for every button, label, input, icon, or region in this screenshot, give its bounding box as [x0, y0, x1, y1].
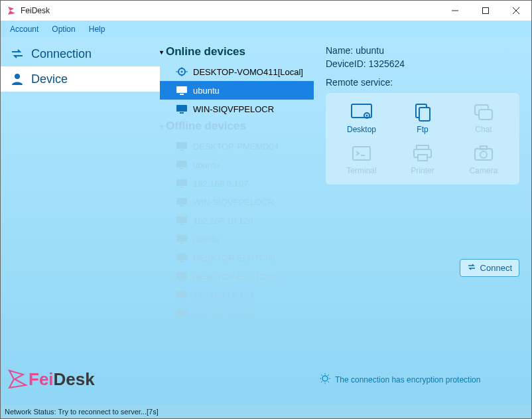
device-item[interactable]: WIN-SIQVFPELOCR: [160, 100, 314, 118]
device-label: ubuntu: [193, 86, 220, 96]
device-label: DESKTOP-ELOTC0IL: [193, 253, 278, 263]
device-item[interactable]: WIN-SIQVFPELOCR: [160, 193, 314, 211]
window-title: FeiDesk: [21, 6, 440, 15]
connect-button-label: Connect: [480, 263, 512, 273]
main-area: Connection Device Fei Desk ▾ Online devi…: [1, 37, 531, 405]
close-button[interactable]: [501, 1, 531, 21]
monitor-icon: [176, 104, 188, 114]
minimize-button[interactable]: [440, 1, 470, 21]
service-camera[interactable]: Camera: [454, 143, 513, 175]
svg-rect-35: [352, 104, 371, 118]
service-terminal[interactable]: Terminal: [332, 143, 391, 175]
monitor-icon: [176, 197, 188, 207]
monitor-icon: [176, 86, 188, 95]
menu-help[interactable]: Help: [84, 23, 111, 36]
lightbulb-icon: [319, 373, 331, 386]
left-nav: Connection Device: [1, 37, 160, 405]
svg-rect-45: [418, 155, 427, 161]
svg-rect-20: [180, 187, 184, 188]
svg-rect-24: [180, 224, 184, 225]
device-name-row: Name: ubuntu: [326, 45, 519, 56]
service-desktop-label: Desktop: [347, 125, 376, 134]
nav-device[interactable]: Device: [1, 66, 160, 92]
svg-rect-30: [180, 280, 184, 281]
printer-icon: [411, 143, 434, 163]
device-id-label: DeviceID:: [326, 58, 366, 69]
device-name-value: ubuntu: [356, 45, 384, 56]
svg-rect-22: [180, 205, 184, 207]
svg-rect-21: [176, 198, 187, 205]
device-label: 192.168.10.128: [193, 216, 253, 226]
service-ftp[interactable]: Ftp: [393, 102, 452, 134]
svg-rect-39: [419, 108, 430, 121]
svg-rect-19: [176, 179, 187, 186]
chat-icon: [472, 102, 496, 122]
svg-rect-1: [483, 8, 489, 14]
device-item[interactable]: ubuntu: [160, 81, 314, 100]
svg-rect-17: [176, 161, 187, 167]
service-printer[interactable]: Printer: [393, 143, 452, 175]
device-item[interactable]: ubuntu: [160, 230, 314, 248]
device-item[interactable]: DESKTOP-ELOTC0IL: [160, 267, 314, 286]
target-icon: [176, 67, 188, 76]
monitor-icon: [176, 179, 188, 188]
svg-rect-27: [176, 254, 187, 260]
svg-rect-12: [180, 94, 184, 95]
encryption-note: The connection has encryption protection: [319, 373, 480, 386]
device-label: DESKTOP-ELOTC0IL: [193, 272, 278, 282]
device-list-panel: ▾ Online devices DESKTOP-VOMO411[Local] …: [160, 37, 314, 405]
svg-rect-48: [480, 146, 487, 149]
svg-rect-25: [176, 235, 187, 242]
device-label: WIN-SIQVFPELOCR: [193, 197, 274, 207]
nav-device-label: Device: [31, 72, 68, 86]
offline-devices-header[interactable]: ▾ Offline devices: [160, 118, 314, 137]
services-box: Desktop Ftp Chat Terminal Printer Camera: [326, 93, 519, 185]
svg-rect-16: [180, 149, 184, 151]
remote-service-label: Remote service:: [326, 77, 519, 88]
device-item[interactable]: 192.168.0.107: [160, 174, 314, 193]
svg-point-37: [366, 115, 368, 117]
menubar: Account Option Help: [1, 21, 531, 37]
statusbar: Network Status: Try to reconnect to serv…: [1, 405, 531, 418]
svg-rect-29: [176, 272, 187, 279]
device-label: WIN-SIQVFPELOCR: [193, 104, 274, 114]
menu-option[interactable]: Option: [46, 23, 80, 36]
menu-account[interactable]: Account: [5, 23, 44, 36]
svg-point-47: [480, 151, 487, 158]
device-item[interactable]: 192.168.10.128: [160, 211, 314, 230]
maximize-button[interactable]: [470, 1, 501, 21]
encryption-note-text: The connection has encryption protection: [335, 375, 480, 384]
copy-icon: [411, 102, 434, 122]
svg-point-49: [322, 376, 328, 381]
device-label: 192.168.10.130: [193, 290, 253, 300]
online-devices-header[interactable]: ▾ Online devices: [160, 44, 314, 62]
terminal-icon: [350, 143, 373, 163]
connect-button[interactable]: Connect: [460, 259, 519, 277]
device-item[interactable]: DESKTOP-VOMO411[Local]: [160, 62, 314, 81]
service-desktop[interactable]: Desktop: [332, 102, 391, 134]
service-terminal-label: Terminal: [346, 166, 376, 175]
device-item[interactable]: DESKTOP-PMEMD04: [160, 137, 314, 155]
svg-rect-41: [479, 110, 492, 120]
svg-rect-14: [180, 112, 184, 114]
monitor-icon: [176, 272, 188, 281]
device-item[interactable]: DESKTOP-ELOTC0IL: [160, 248, 314, 267]
offline-devices-label: Offline devices: [166, 120, 246, 133]
svg-rect-42: [353, 147, 370, 160]
service-chat[interactable]: Chat: [454, 102, 513, 134]
chevron-down-icon: ▾: [160, 48, 163, 56]
device-label: ubuntu: [193, 234, 220, 244]
nav-connection[interactable]: Connection: [1, 41, 160, 66]
svg-line-57: [321, 381, 322, 382]
svg-rect-15: [176, 142, 187, 149]
device-label: DESKTOP-PMEMD04: [193, 141, 279, 151]
svg-rect-31: [176, 291, 187, 297]
svg-rect-13: [176, 105, 187, 112]
desktop-icon: [350, 102, 373, 122]
titlebar: FeiDesk: [1, 1, 531, 21]
device-item[interactable]: 192.168.10.130: [160, 286, 314, 304]
monitor-icon: [176, 216, 188, 225]
device-item[interactable]: 192.168.10.128: [160, 304, 314, 323]
device-item[interactable]: ubuntu: [160, 155, 314, 174]
window-controls: [440, 1, 531, 21]
